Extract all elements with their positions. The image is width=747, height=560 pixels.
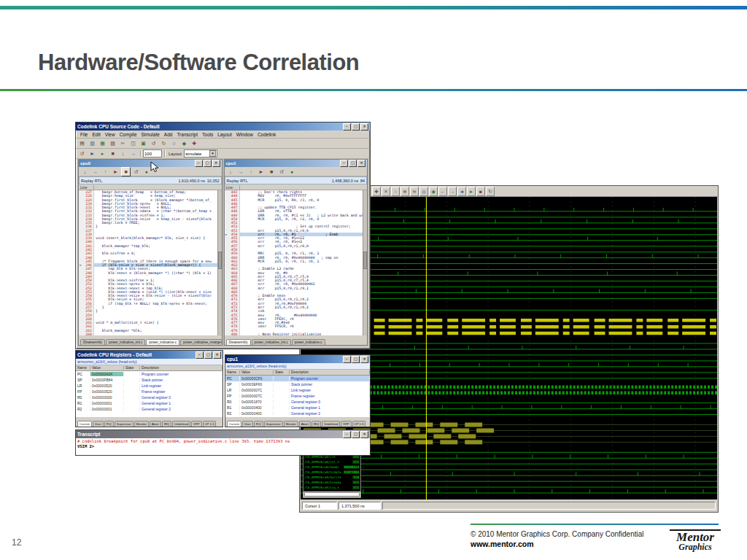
tab-current[interactable]: Current	[77, 421, 92, 427]
signal-filter-input[interactable]	[304, 492, 360, 497]
continue-run-icon[interactable]: ▸	[98, 149, 107, 158]
menu-transcript[interactable]: Transcript	[174, 132, 200, 137]
compile-icon[interactable]: ✚	[190, 139, 199, 148]
tab-current[interactable]: Current	[227, 421, 241, 427]
menu-layout[interactable]: Layout	[215, 132, 234, 137]
zoom-cursor-icon[interactable]: ◉	[429, 187, 438, 196]
next-transition-icon[interactable]: ►	[467, 187, 476, 196]
signal-row[interactable]: /tb_ARM926/u0/haddr00000A24	[303, 464, 360, 470]
tab-disassembly[interactable]: Disassembly	[226, 339, 251, 345]
menu-window[interactable]: Window	[234, 132, 255, 137]
find-icon[interactable]: ○	[169, 139, 179, 148]
signal-row[interactable]: /tb_ARM926/u0/hreadySt1	[303, 480, 360, 485]
zoom-full-icon[interactable]: ◎	[419, 187, 428, 196]
menu-simulate[interactable]: Simulate	[139, 132, 162, 137]
stop-icon[interactable]: ■	[267, 167, 276, 176]
scrollbar[interactable]	[217, 190, 222, 335]
cut-icon[interactable]: ✂	[118, 139, 128, 148]
restart-icon[interactable]: ↺	[131, 167, 141, 176]
tab-power_indicative_init-c[interactable]: power_indicative_init.c	[106, 339, 145, 345]
stop-drawing-icon[interactable]: ■	[476, 187, 485, 196]
breakpoint-icon[interactable]: ●	[287, 167, 297, 176]
menu-file[interactable]: File	[78, 132, 90, 137]
tab-power_indicative_retarget-c[interactable]: power_indicative_retarget.c	[180, 339, 221, 345]
register-row[interactable]: LR0x0000007C Link register	[225, 387, 370, 393]
register-row[interactable]: R20x00000001 General register 2	[76, 406, 222, 412]
bookmark-icon[interactable]: ◆	[179, 139, 189, 148]
maximize-button[interactable]: ▢	[352, 431, 360, 438]
step-out-icon[interactable]: ↑	[101, 167, 110, 176]
register-window-titlebar[interactable]: cpu1–▢✕	[225, 355, 370, 363]
refresh-icon[interactable]: ↻	[486, 187, 495, 196]
close-button[interactable]: ✕	[357, 160, 365, 167]
column-header-name[interactable]: Name	[225, 370, 240, 374]
menu-add[interactable]: Add	[162, 132, 175, 137]
transcript-titlebar[interactable]: Transcript –▢✕	[76, 430, 370, 438]
tab-user[interactable]: User	[242, 421, 253, 427]
transcript-prompt[interactable]: VSIM 2>	[77, 444, 368, 449]
tab-monitor[interactable]: Monitor	[134, 421, 149, 427]
run-icon[interactable]: ►	[111, 167, 120, 176]
tab-supervisor[interactable]: Supervisor	[115, 421, 133, 427]
scrollbar[interactable]	[363, 190, 367, 335]
tab-irq[interactable]: IRQ	[311, 421, 321, 427]
step-over-icon[interactable]: →	[128, 149, 138, 158]
find-icon[interactable]: ○	[391, 187, 400, 196]
tab-undefined[interactable]: Undefined	[172, 421, 190, 427]
signal-row[interactable]: /tb_ARM926/u0/hwriteSt0	[303, 475, 360, 480]
close-button[interactable]: ✕	[360, 123, 368, 131]
prev-transition-icon[interactable]: ◄	[457, 187, 466, 196]
signal-row[interactable]: /tb_ARM926/u0/irq_nSt1	[303, 485, 360, 490]
step-into-icon[interactable]: ↓	[226, 167, 236, 176]
register-row[interactable]: R20x00000400 General register 2	[225, 411, 370, 416]
close-button[interactable]: ✕	[213, 351, 221, 359]
register-row[interactable]: R10x00000400 General register 1	[225, 405, 370, 411]
maximize-button[interactable]: ▢	[204, 351, 212, 359]
cursor-add-icon[interactable]: ✚	[372, 187, 381, 196]
register-row[interactable]: R00x00051870 General register 0	[225, 399, 370, 405]
next-edge-icon[interactable]: →	[448, 187, 457, 196]
print-icon[interactable]: ▨	[108, 139, 117, 148]
signal-row[interactable]: /tb_ARM926/u0/hrdataE59F1004	[303, 470, 360, 475]
column-header-description[interactable]: Description	[290, 370, 370, 374]
tab-cp-1-5[interactable]: CP 1-5	[203, 421, 217, 427]
step-into-icon[interactable]: ↓	[80, 167, 90, 176]
minimize-button[interactable]: –	[340, 160, 348, 167]
menu-compile[interactable]: Compile	[117, 132, 139, 137]
tab-vfp[interactable]: VFP	[341, 421, 351, 427]
column-header-value[interactable]: Value	[90, 366, 124, 370]
pane-titlebar[interactable]: cpu1–▢✕	[225, 160, 368, 167]
minimize-button[interactable]: –	[343, 123, 351, 131]
tab-fiq[interactable]: FIQ	[104, 421, 114, 427]
register-row[interactable]: R10x00000001 General register 1	[76, 400, 222, 406]
step-over-icon[interactable]: →	[236, 167, 246, 176]
tab-undefined[interactable]: Undefined	[322, 421, 340, 427]
cursor-name-cell[interactable]: Cursor 1	[302, 502, 337, 510]
tab-cp-1-5[interactable]: CP 1-5	[352, 421, 366, 427]
register-row[interactable]: SP0x0003FB84 Stack pointer	[76, 377, 222, 383]
column-header-name[interactable]: Name	[76, 366, 90, 370]
step-over-icon[interactable]: →	[90, 167, 100, 176]
register-row[interactable]: FP0x0000007C Frame register	[225, 393, 370, 399]
tab-abort[interactable]: Abort	[150, 421, 161, 427]
open-file-icon[interactable]: ▥	[88, 139, 97, 148]
zoom-in-icon[interactable]: ⊕	[400, 187, 409, 196]
tab-fiq[interactable]: FIQ	[254, 421, 263, 427]
minimize-button[interactable]: –	[195, 160, 203, 167]
cursor-delete-icon[interactable]: ✕	[382, 187, 390, 196]
register-row[interactable]: PC0x00000A24 Program counter	[76, 371, 222, 377]
run-icon[interactable]: ►	[88, 149, 97, 158]
close-button[interactable]: ✕	[212, 160, 220, 167]
scrollbar-thumb[interactable]	[218, 252, 222, 269]
run-length-field[interactable]	[143, 149, 162, 158]
register-row[interactable]: FP0x00000520 Frame register	[76, 389, 222, 394]
redo-icon[interactable]: ↻	[159, 139, 169, 148]
step-out-icon[interactable]: ↑	[247, 167, 256, 176]
column-header-state[interactable]: State	[124, 366, 140, 370]
run-icon[interactable]: ►	[257, 167, 266, 176]
maximize-button[interactable]: ▢	[204, 160, 212, 167]
scrollbar-thumb[interactable]	[363, 252, 367, 269]
tab-power_indicative_init-c[interactable]: power_indicative_init.c	[252, 339, 291, 345]
tab-abort[interactable]: Abort	[299, 421, 311, 427]
menu-view[interactable]: View	[103, 132, 117, 137]
